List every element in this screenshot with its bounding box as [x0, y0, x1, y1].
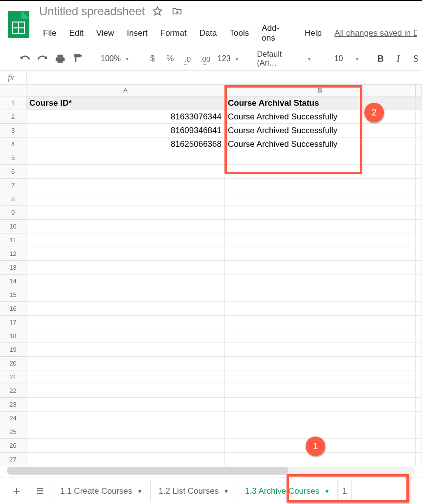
cell-A10[interactable] [26, 220, 225, 233]
cell-A4[interactable]: 81625066368 [26, 137, 225, 151]
chevron-down-icon[interactable]: ▼ [137, 488, 142, 494]
menu-edit[interactable]: Edit [65, 26, 87, 40]
cell-C23[interactable] [416, 398, 422, 412]
cell-A26[interactable] [26, 439, 225, 453]
cell-A7[interactable] [26, 179, 225, 192]
cell-B17[interactable] [225, 316, 416, 329]
cell-B19[interactable] [225, 343, 416, 357]
menu-format[interactable]: Format [156, 26, 191, 40]
cell-B10[interactable] [225, 220, 416, 233]
cell-C1[interactable] [416, 96, 422, 110]
row-header[interactable]: 12 [0, 247, 26, 261]
cell-A15[interactable] [26, 288, 225, 302]
cell-A13[interactable] [26, 261, 225, 275]
cell-C26[interactable] [416, 439, 422, 453]
percent-button[interactable]: % [163, 51, 178, 66]
menu-view[interactable]: View [92, 26, 118, 40]
cell-A8[interactable] [26, 192, 225, 206]
menu-insert[interactable]: Insert [123, 26, 152, 40]
row-header[interactable]: 17 [0, 316, 26, 329]
cell-C5[interactable] [416, 151, 422, 165]
cell-A17[interactable] [26, 316, 225, 329]
cell-A16[interactable] [26, 302, 225, 316]
menu-add-ons[interactable]: Add-ons [258, 22, 296, 45]
sheet-tab-1-1-create-courses[interactable]: 1.1 Create Courses▼ [52, 481, 150, 502]
cell-B9[interactable] [225, 206, 416, 220]
cell-B18[interactable] [225, 329, 416, 343]
cell-C20[interactable] [416, 357, 422, 370]
cell-B15[interactable] [225, 288, 416, 302]
cell-B1[interactable]: Course Archival Status [225, 96, 416, 110]
row-header[interactable]: 11 [0, 233, 26, 247]
cell-C8[interactable] [416, 192, 422, 206]
chevron-down-icon[interactable]: ▼ [324, 488, 330, 494]
font-size-select[interactable]: 10 [327, 54, 350, 63]
row-header[interactable]: 8 [0, 192, 26, 206]
sheet-tab-1-3-archive-courses[interactable]: 1.3 Archive Courses▼ [237, 481, 338, 502]
cell-A11[interactable] [26, 233, 225, 247]
cell-C27[interactable] [416, 453, 422, 466]
menu-data[interactable]: Data [196, 26, 221, 40]
undo-icon[interactable] [18, 51, 32, 66]
cell-C2[interactable] [416, 110, 422, 124]
cell-C15[interactable] [416, 288, 422, 302]
row-header[interactable]: 25 [0, 425, 26, 439]
cell-A18[interactable] [26, 329, 225, 343]
cell-B25[interactable] [225, 425, 416, 439]
cell-B16[interactable] [225, 302, 416, 316]
app-logo[interactable] [5, 11, 32, 38]
cell-B6[interactable] [225, 165, 416, 179]
row-header[interactable]: 26 [0, 439, 26, 453]
font-size-caret-icon[interactable]: ▼ [355, 56, 359, 62]
row-header[interactable]: 27 [0, 453, 26, 466]
cell-C9[interactable] [416, 206, 422, 220]
cell-C10[interactable] [416, 220, 422, 233]
cell-B3[interactable]: Course Archived Successfully [225, 124, 416, 137]
print-icon[interactable] [53, 51, 67, 66]
cell-C21[interactable] [416, 370, 422, 384]
cell-C18[interactable] [416, 329, 422, 343]
cell-B12[interactable] [225, 247, 416, 261]
cell-C7[interactable] [416, 179, 422, 192]
cell-C24[interactable] [416, 412, 422, 425]
row-header[interactable]: 13 [0, 261, 26, 275]
cell-B20[interactable] [225, 357, 416, 370]
row-header[interactable]: 3 [0, 124, 26, 137]
row-header[interactable]: 9 [0, 206, 26, 220]
formula-input[interactable] [31, 71, 422, 84]
cell-A21[interactable] [26, 370, 225, 384]
cell-B14[interactable] [225, 275, 416, 288]
column-header-B[interactable]: B [225, 85, 416, 96]
cell-B2[interactable]: Course Archived Successfully [225, 110, 416, 124]
redo-icon[interactable] [35, 51, 50, 66]
row-header[interactable]: 4 [0, 137, 26, 151]
star-icon[interactable] [151, 4, 164, 18]
select-all-cell[interactable] [0, 85, 26, 96]
cell-C22[interactable] [416, 384, 422, 398]
row-header[interactable]: 2 [0, 110, 26, 124]
cell-A5[interactable] [26, 151, 225, 165]
increase-decimal-button[interactable]: .00 → [198, 51, 213, 66]
row-header[interactable]: 18 [0, 329, 26, 343]
cell-B8[interactable] [225, 192, 416, 206]
cell-A14[interactable] [26, 275, 225, 288]
cell-B4[interactable]: Course Archived Successfully [225, 137, 416, 151]
row-header[interactable]: 24 [0, 412, 26, 425]
number-format-select[interactable]: 123▼ [216, 54, 242, 63]
cell-A20[interactable] [26, 357, 225, 370]
cell-A27[interactable] [26, 453, 225, 466]
row-header[interactable]: 10 [0, 220, 26, 233]
cell-A23[interactable] [26, 398, 225, 412]
row-header[interactable]: 22 [0, 384, 26, 398]
row-header[interactable]: 21 [0, 370, 26, 384]
menu-file[interactable]: File [39, 26, 60, 40]
italic-button[interactable]: I [391, 51, 405, 66]
sheet-tab-partial[interactable]: 1 [338, 481, 351, 502]
cell-C3[interactable] [416, 124, 422, 137]
cell-B27[interactable] [225, 453, 416, 466]
zoom-select[interactable]: 100%▼ [99, 54, 132, 63]
cell-A1[interactable]: Course ID* [26, 96, 225, 110]
cell-C6[interactable] [416, 165, 422, 179]
cell-B23[interactable] [225, 398, 416, 412]
menu-tools[interactable]: Tools [226, 26, 253, 40]
